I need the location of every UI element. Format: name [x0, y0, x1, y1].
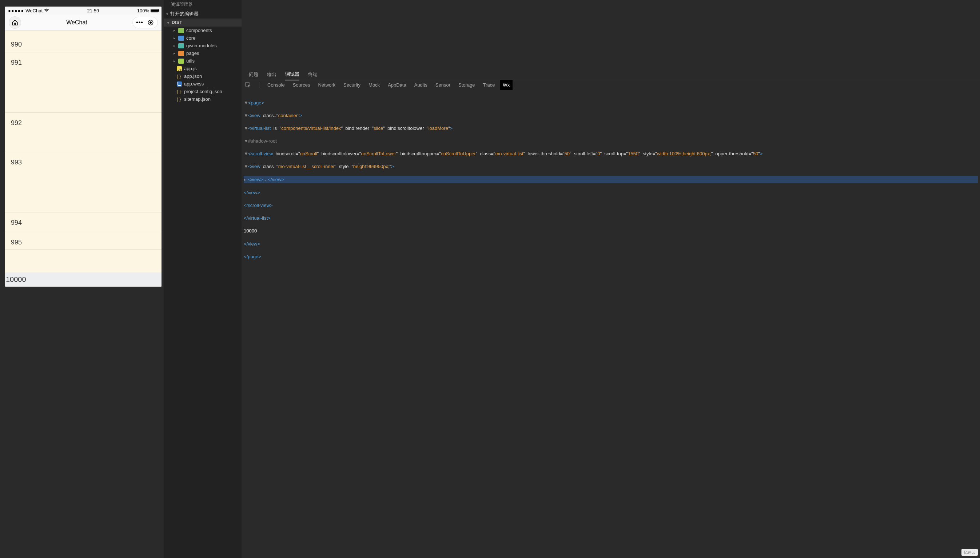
chevron-right-icon: ▸	[172, 59, 176, 63]
folder-label: pages	[186, 51, 199, 56]
folder-gwcn-modules[interactable]: ▸gwcn-modules	[164, 42, 241, 49]
file-explorer: 资源管理器 ▾ 打开的编辑器 ▾ DIST ▸components ▸core …	[164, 0, 241, 558]
list-item[interactable]: 994	[5, 212, 161, 232]
list-item[interactable]: 992	[5, 113, 161, 152]
bottom-panel-tabs: 问题 输出 调试器 终端	[241, 69, 980, 80]
list-item-text: 991	[11, 59, 22, 66]
file-label: app.js	[184, 66, 197, 71]
dom-text-node: 10000	[244, 228, 257, 233]
project-root-label: DIST	[172, 20, 182, 25]
nav-right-capsule: •••	[132, 17, 158, 28]
folder-core[interactable]: ▸core	[164, 34, 241, 42]
phone-navbar: WeChat •••	[5, 15, 161, 31]
chevron-right-icon: ▸	[172, 36, 176, 40]
list-item[interactable]: 995	[5, 232, 161, 249]
tab-trace[interactable]: Trace	[483, 82, 495, 88]
list-item-text: 994	[11, 219, 22, 226]
tab-sources[interactable]: Sources	[293, 82, 310, 88]
folder-label: utils	[186, 58, 195, 64]
explorer-title: 资源管理器	[164, 0, 241, 9]
js-file-icon: JS	[177, 66, 182, 71]
svg-point-1	[149, 21, 152, 24]
folder-pages[interactable]: ▸pages	[164, 49, 241, 57]
file-app-wxss[interactable]: app.wxss	[164, 80, 241, 88]
list-item-text: 990	[11, 41, 22, 48]
home-icon	[11, 19, 18, 26]
total-count: 10000	[5, 272, 161, 287]
statusbar-right: 100%	[137, 8, 159, 13]
chevron-down-icon: ▾	[165, 12, 169, 16]
tab-mock[interactable]: Mock	[368, 82, 380, 88]
project-root-section[interactable]: ▾ DIST	[164, 18, 241, 26]
battery-icon	[151, 9, 159, 12]
statusbar-time: 21:59	[87, 8, 99, 13]
target-icon	[147, 19, 154, 26]
chevron-down-icon: ▾	[167, 21, 170, 25]
list-item-text: 995	[11, 239, 22, 246]
list-item-text: 992	[11, 119, 22, 126]
tab-network[interactable]: Network	[318, 82, 335, 88]
file-label: sitemap.json	[184, 97, 211, 102]
phone-statusbar: ●●●●● WeChat 21:59 100%	[5, 7, 161, 15]
folder-icon	[178, 28, 184, 33]
file-label: app.wxss	[184, 81, 204, 87]
phone-body[interactable]: 990 991 992 993 994 995 10000	[5, 31, 161, 287]
watermark: 亿速云	[962, 549, 978, 556]
list-item[interactable]: 990	[5, 31, 161, 53]
tab-appdata[interactable]: AppData	[388, 82, 406, 88]
file-label: project.config.json	[184, 89, 222, 94]
chevron-right-icon: ▸	[172, 44, 176, 48]
devtools-panel: 问题 输出 调试器 终端 Console Sources Network Sec…	[241, 0, 980, 558]
home-button[interactable]	[9, 16, 21, 29]
json-file-icon: { }	[177, 97, 182, 102]
signal-dots-icon: ●●●●●	[8, 8, 24, 13]
file-sitemap[interactable]: { }sitemap.json	[164, 95, 241, 103]
phone-frame: ●●●●● WeChat 21:59 100% WeChat	[5, 7, 161, 287]
file-project-config[interactable]: { }project.config.json	[164, 88, 241, 95]
editor-empty-area	[241, 0, 980, 69]
folder-icon	[178, 51, 184, 56]
tab-terminal[interactable]: 终端	[308, 69, 318, 80]
tab-debugger[interactable]: 调试器	[285, 69, 299, 80]
tab-storage[interactable]: Storage	[458, 82, 475, 88]
list-item[interactable]: 993	[5, 152, 161, 212]
tab-output[interactable]: 输出	[267, 69, 276, 80]
wxss-file-icon	[177, 82, 182, 87]
tab-wxml[interactable]: Wx	[500, 80, 512, 90]
json-file-icon: { }	[177, 89, 182, 94]
tab-console[interactable]: Console	[268, 82, 285, 88]
simulator-panel: ●●●●● WeChat 21:59 100% WeChat	[0, 0, 164, 558]
folder-icon	[178, 59, 184, 64]
inspect-element-button[interactable]	[245, 82, 251, 88]
open-editors-section[interactable]: ▾ 打开的编辑器	[164, 9, 241, 18]
battery-pct: 100%	[137, 8, 149, 13]
json-file-icon: { }	[177, 74, 182, 79]
file-app-json[interactable]: { }app.json	[164, 72, 241, 80]
tab-problems[interactable]: 问题	[249, 69, 258, 80]
dom-tree[interactable]: ▼<page> ▼<view class="container"> ▼<virt…	[241, 90, 980, 558]
file-app-js[interactable]: JSapp.js	[164, 65, 241, 72]
tab-sensor[interactable]: Sensor	[435, 82, 450, 88]
carrier-label: WeChat	[25, 8, 43, 13]
virtual-list[interactable]: 990 991 992 993 994 995	[5, 31, 161, 272]
chevron-right-icon: ▸	[172, 28, 176, 32]
more-button[interactable]: •••	[136, 18, 144, 26]
folder-utils[interactable]: ▸utils	[164, 57, 241, 65]
statusbar-left: ●●●●● WeChat	[8, 8, 49, 13]
open-editors-label: 打开的编辑器	[170, 11, 199, 17]
target-button[interactable]	[147, 18, 154, 26]
wifi-icon	[44, 8, 49, 13]
separator	[259, 82, 259, 88]
folder-components[interactable]: ▸components	[164, 26, 241, 34]
file-label: app.json	[184, 74, 202, 79]
app-root: ●●●●● WeChat 21:59 100% WeChat	[0, 0, 980, 558]
list-item-text: 993	[11, 159, 22, 166]
tab-security[interactable]: Security	[343, 82, 361, 88]
folder-icon	[178, 43, 184, 48]
folder-label: components	[186, 28, 212, 33]
tab-audits[interactable]: Audits	[414, 82, 427, 88]
folder-label: core	[186, 35, 195, 41]
list-item[interactable]: 991	[5, 53, 161, 113]
folder-icon	[178, 36, 184, 41]
chevron-right-icon: ▸	[172, 51, 176, 55]
